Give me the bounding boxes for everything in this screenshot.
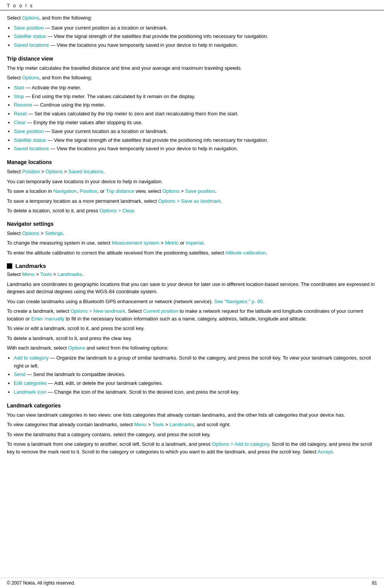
nav-desc1: To change the measuring system in use, s…: [7, 239, 377, 247]
start-link[interactable]: Start: [14, 85, 24, 90]
initial-bullet-list: Save position — Save your current positi…: [14, 24, 377, 49]
imperial-link[interactable]: Imperial: [186, 240, 203, 246]
menu-link-lc[interactable]: Menu: [134, 422, 147, 427]
edit-categories-link[interactable]: Edit categories: [14, 380, 47, 386]
saved-locations-link-manage[interactable]: Saved locations: [68, 169, 103, 174]
list-item: Save position — Save your current positi…: [14, 24, 377, 32]
landmarks-link-lc[interactable]: Landmarks: [170, 422, 194, 427]
manage-select-line: Select Position > Options > Saved locati…: [7, 168, 377, 176]
lc-desc2: To view categories that already contain …: [7, 421, 377, 429]
list-item: Stop — End using the trip meter. The val…: [14, 93, 377, 101]
satellite-status-link-2[interactable]: Satellite status: [14, 137, 46, 143]
measurement-system-link[interactable]: Measurement system: [112, 240, 159, 246]
landmarks-desc5: To delete a landmark, scroll to it, and …: [7, 335, 377, 342]
tools-link[interactable]: Tools: [40, 271, 52, 277]
options-link-landmarks[interactable]: Options: [68, 345, 85, 351]
save-position-link-3[interactable]: Save position: [185, 188, 215, 194]
resume-link[interactable]: Resume: [14, 102, 32, 108]
trip-distance-heading: Trip distance view: [7, 55, 377, 63]
stop-link[interactable]: Stop: [14, 94, 24, 99]
copyright-text: © 2007 Nokia. All rights reserved.: [7, 580, 75, 586]
list-item: Save position — Save your current locati…: [14, 128, 377, 136]
satellite-status-link-1[interactable]: Satellite status: [14, 33, 46, 39]
page-number: 81: [372, 580, 377, 586]
options-clear-link[interactable]: Options > Clear: [100, 208, 134, 214]
list-item: Edit categories — Add, edit, or delete t…: [14, 379, 377, 388]
landmarks-desc1: Landmarks are coordinates to geographic …: [7, 281, 377, 296]
landmarks-desc3: To create a landmark, select Options > N…: [7, 307, 377, 322]
new-landmark-link[interactable]: Options > New landmark: [70, 308, 125, 314]
options-link-1[interactable]: Options: [22, 15, 39, 21]
saved-locations-link-1[interactable]: Saved locations: [14, 42, 49, 48]
position-link-2[interactable]: Position: [80, 188, 97, 194]
save-position-link-2[interactable]: Save position: [14, 128, 44, 134]
current-position-link[interactable]: Current position: [143, 308, 178, 314]
manage-locations-heading: Manage locations: [7, 158, 377, 166]
landmarks-desc4: To view or edit a landmark, scroll to it…: [7, 325, 377, 332]
manage-desc4: To delete a location, scroll to it, and …: [7, 207, 377, 215]
send-link[interactable]: Send: [14, 371, 25, 377]
options-add-category-link[interactable]: Options > Add to category: [212, 441, 269, 447]
nav-desc2: To enter the altitude calibration to cor…: [7, 249, 377, 257]
options-link-nav[interactable]: Options: [22, 230, 39, 236]
altitude-calibration-link[interactable]: Altitude calibration: [225, 250, 266, 256]
landmarks-desc2: You can create landmarks using a Bluetoo…: [7, 298, 377, 305]
list-item: Reset — Set the values calculated by the…: [14, 110, 377, 118]
trip-select-intro: Select Options, and from the following:: [7, 74, 377, 82]
list-item: Satellite status — View the signal stren…: [14, 136, 377, 145]
manage-desc2: To save a location in Navigation, Positi…: [7, 187, 377, 195]
landmarks-section-heading: Landmarks: [7, 263, 377, 269]
list-item: Saved locations — View the locations you…: [14, 41, 377, 49]
list-item: Landmark icon — Change the icon of the l…: [14, 388, 377, 396]
save-position-link-1[interactable]: Save position: [14, 25, 44, 31]
list-item: Saved locations — View the locations you…: [14, 145, 377, 153]
landmarks-desc6: With each landmark, select Options and s…: [7, 344, 377, 352]
list-item: Resume — Continue using the trip meter.: [14, 101, 377, 109]
nav-select-line: Select Options > Settings.: [7, 230, 377, 237]
landmark-icon-link[interactable]: Landmark icon: [14, 389, 46, 395]
options-link-manage[interactable]: Options: [46, 169, 63, 174]
navigator-settings-heading: Navigator settings: [7, 220, 377, 228]
saved-locations-link-2[interactable]: Saved locations: [14, 146, 49, 151]
landmarks-select-line: Select Menu > Tools > Landmarks.: [7, 271, 377, 278]
accept-link[interactable]: Accept: [317, 449, 333, 455]
main-content: Select Options, and from the following: …: [0, 14, 384, 465]
landmarks-link[interactable]: Landmarks: [57, 271, 82, 277]
page-header: T o o l s: [0, 0, 384, 10]
reset-link[interactable]: Reset: [14, 111, 27, 117]
trip-bullet-list: Start — Activate the trip meter. Stop — …: [14, 84, 377, 153]
list-item: Clear — Empty the trip meter values afte…: [14, 119, 377, 127]
lc-desc3: To view the landmarks that a category co…: [7, 431, 377, 439]
lc-desc4: To move a landmark from one category to …: [7, 440, 377, 455]
list-item: Start — Activate the trip meter.: [14, 84, 377, 92]
select-options-intro: Select Options, and from the following:: [7, 14, 377, 22]
save-as-landmark-link[interactable]: Options > Save as landmark: [158, 198, 221, 204]
trip-distance-desc: The trip meter calculates the travelled …: [7, 64, 377, 72]
tools-link-lc[interactable]: Tools: [152, 422, 164, 427]
page-footer: © 2007 Nokia. All rights reserved. 81: [0, 578, 384, 588]
navigator-ref-link[interactable]: See "Navigator," p. 80.: [214, 299, 264, 304]
add-to-category-link[interactable]: Add to category: [14, 355, 49, 361]
landmark-square-icon: [7, 263, 12, 269]
position-link[interactable]: Position: [22, 169, 40, 174]
landmark-categories-heading: Landmark categories: [7, 402, 377, 410]
options-link-trip[interactable]: Options: [22, 75, 39, 80]
metric-link[interactable]: Metric: [165, 240, 178, 246]
list-item: Satellite status — View the signal stren…: [14, 33, 377, 41]
landmarks-bullet-list: Add to category — Organize the landmark …: [14, 354, 377, 396]
landmarks-heading-text: Landmarks: [15, 263, 46, 269]
navigation-link[interactable]: Navigation: [53, 188, 77, 194]
manage-desc3: To save a temporary location as a more p…: [7, 197, 377, 205]
menu-link[interactable]: Menu: [22, 271, 35, 277]
settings-link[interactable]: Settings: [45, 230, 63, 236]
header-title: T o o l s: [0, 0, 384, 10]
trip-distance-link[interactable]: Trip distance: [106, 188, 134, 194]
options-link-save[interactable]: Options: [162, 188, 180, 194]
list-item: Add to category — Organize the landmark …: [14, 354, 377, 370]
manage-desc1: You can temporarily save locations in yo…: [7, 178, 377, 186]
lc-desc1: You can view landmark categories in two …: [7, 411, 377, 419]
clear-link[interactable]: Clear: [14, 120, 26, 125]
enter-manually-link[interactable]: Enter manually: [31, 316, 65, 322]
list-item: Send — Send the landmark to compatible d…: [14, 371, 377, 379]
